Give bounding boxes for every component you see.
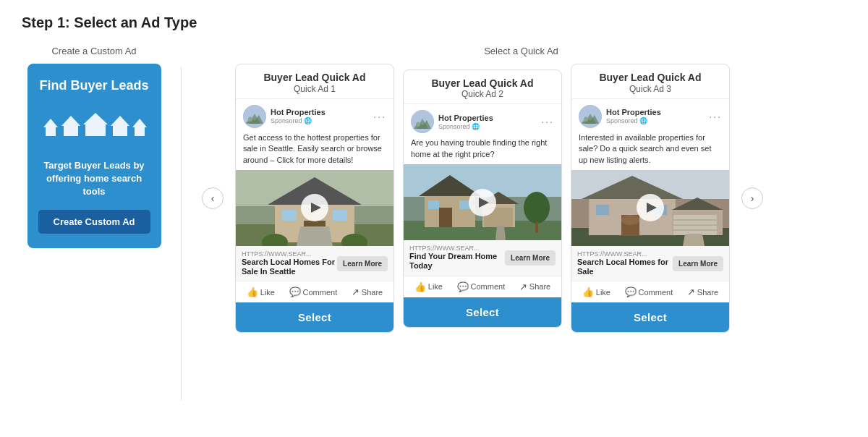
fb-actions-3: 👍 Like 💬 Comment ↗ Share [571,281,729,302]
svg-rect-39 [439,208,452,227]
svg-rect-26 [333,210,347,221]
step-title: Step 1: Select an Ad Type [22,14,846,31]
fb-share-1[interactable]: ↗ Share [352,287,383,297]
fb-image-3 [571,170,729,246]
fb-cta-title-2: Find Your Dream Home Today [409,252,505,271]
right-label: Select a Quick Ad [196,46,846,56]
custom-ad-card-title: Find Buyer Leads [39,78,148,94]
svg-marker-68 [683,234,705,246]
svg-marker-9 [111,116,129,126]
play-button-2[interactable] [469,189,496,216]
svg-point-33 [416,122,420,127]
fb-text-3: Interested in available properties for s… [579,132,722,166]
play-button-1[interactable] [301,194,328,221]
ad-card-3-subtitle: Quick Ad 3 [580,84,720,94]
ad-card-3-header: Buyer Lead Quick Ad Quick Ad 3 [571,64,729,99]
fb-cta-row-3: HTTPS://WWW.SEAR... Search Local Homes f… [571,246,729,281]
house-icons [36,104,152,149]
ad-card-2: Buyer Lead Quick Ad Quick Ad 2 [403,69,562,328]
fb-name-1: Hot Properties [271,108,326,117]
select-button-3[interactable]: Select [571,302,729,332]
svg-rect-14 [137,131,142,136]
fb-share-2[interactable]: ↗ Share [519,281,550,292]
svg-point-45 [524,192,550,224]
fb-dots-1[interactable]: ··· [373,111,386,122]
ad-card-3-title: Buyer Lead Quick Ad [580,72,720,84]
fb-sponsored-1: Sponsored 🌐 [271,117,326,124]
svg-point-18 [248,117,252,122]
svg-marker-6 [83,113,108,124]
fb-comment-2[interactable]: 💬 Comment [457,281,506,292]
fb-like-3[interactable]: 👍 Like [582,287,610,297]
fb-text-1: Get access to the hottest properties for… [243,132,386,166]
prev-arrow[interactable]: ‹ [202,187,224,209]
fb-image-2 [404,164,561,240]
vertical-divider [181,67,182,400]
select-button-2[interactable]: Select [404,297,561,327]
fb-profile-left-1: Hot Properties Sponsored 🌐 [243,105,326,128]
page-wrapper: Step 1: Select an Ad Type Create a Custo… [0,0,868,415]
fb-learn-btn-2[interactable]: Learn More [505,250,556,266]
ad-card-1-title: Buyer Lead Quick Ad [244,72,385,84]
svg-rect-46 [535,222,538,233]
svg-marker-29 [297,226,333,246]
fb-profile-row-3: Hot Properties Sponsored 🌐 ··· [579,105,722,128]
fb-avatar-2 [411,110,434,133]
ad-card-1-header: Buyer Lead Quick Ad Quick Ad 1 [236,64,393,99]
select-button-1[interactable]: Select [236,302,393,332]
fb-text-2: Are you having trouble finding the right… [411,137,554,160]
fb-name-2: Hot Properties [438,114,493,123]
svg-marker-47 [495,226,506,240]
ad-card-1-subtitle: Quick Ad 1 [244,84,385,94]
ad-card-1-preview: Hot Properties Sponsored 🌐 ··· Get acces… [236,99,393,170]
fb-profile-row-1: Hot Properties Sponsored 🌐 ··· [243,105,386,128]
fb-image-1 [236,170,393,246]
svg-marker-3 [61,116,80,126]
svg-marker-0 [43,119,58,127]
next-arrow[interactable]: › [741,187,763,209]
left-label: Create a Custom Ad [51,46,136,56]
fb-avatar-1 [243,105,266,128]
fb-profile-left-3: Hot Properties Sponsored 🌐 [579,105,661,128]
fb-comment-3[interactable]: 💬 Comment [625,287,673,297]
svg-rect-25 [282,210,297,221]
svg-marker-12 [132,119,147,127]
fb-learn-btn-1[interactable]: Learn More [337,256,388,271]
fb-comment-1[interactable]: 💬 Comment [289,287,338,297]
svg-rect-62 [596,205,609,215]
svg-rect-11 [117,130,123,136]
fb-share-3[interactable]: ↗ Share [687,287,718,297]
fb-cta-row-1: HTTPS://WWW.SEAR... Search Local Homes F… [236,246,393,281]
cards-row: ‹ Buyer Lead Quick Ad Quick Ad 1 [196,64,846,333]
main-layout: Create a Custom Ad Find Buyer Leads [22,46,846,400]
fb-url-3: HTTPS://WWW.SEAR... [577,250,673,258]
custom-ad-card: Find Buyer Leads [27,64,161,248]
fb-cta-title-3: Search Local Homes for Sale [577,258,673,276]
fb-sponsored-3: Sponsored 🌐 [606,117,661,124]
right-panel: Select a Quick Ad ‹ Buyer Lead Quick Ad … [196,46,846,333]
ad-card-2-header: Buyer Lead Quick Ad Quick Ad 2 [404,70,561,105]
fb-like-1[interactable]: 👍 Like [247,287,275,297]
fb-url-1: HTTPS://WWW.SEAR... [242,250,337,258]
custom-ad-desc: Target Buyer Leads by offering home sear… [38,159,150,199]
ad-card-2-subtitle: Quick Ad 2 [412,89,553,99]
ad-card-3: Buyer Lead Quick Ad Quick Ad 3 [571,64,730,333]
fb-profile-row-2: Hot Properties Sponsored 🌐 ··· [411,110,554,133]
fb-profile-left-2: Hot Properties Sponsored 🌐 [411,110,493,133]
fb-dots-3[interactable]: ··· [709,111,722,122]
fb-name-3: Hot Properties [606,108,661,117]
fb-actions-2: 👍 Like 💬 Comment ↗ Share [404,276,561,297]
fb-avatar-3 [579,105,602,128]
ad-card-2-title: Buyer Lead Quick Ad [412,77,553,90]
fb-sponsored-2: Sponsored 🌐 [438,123,493,130]
play-button-3[interactable] [637,194,664,221]
fb-learn-btn-3[interactable]: Learn More [673,256,723,271]
fb-like-2[interactable]: 👍 Like [414,281,443,292]
svg-rect-5 [68,130,74,136]
svg-rect-40 [428,200,439,209]
svg-point-51 [584,117,588,122]
ad-card-2-preview: Hot Properties Sponsored 🌐 ··· Are you h… [404,104,561,164]
fb-dots-2[interactable]: ··· [541,116,554,127]
create-custom-ad-button[interactable]: Create Custom Ad [38,210,150,234]
fb-url-2: HTTPS://WWW.SEAR... [409,245,505,252]
